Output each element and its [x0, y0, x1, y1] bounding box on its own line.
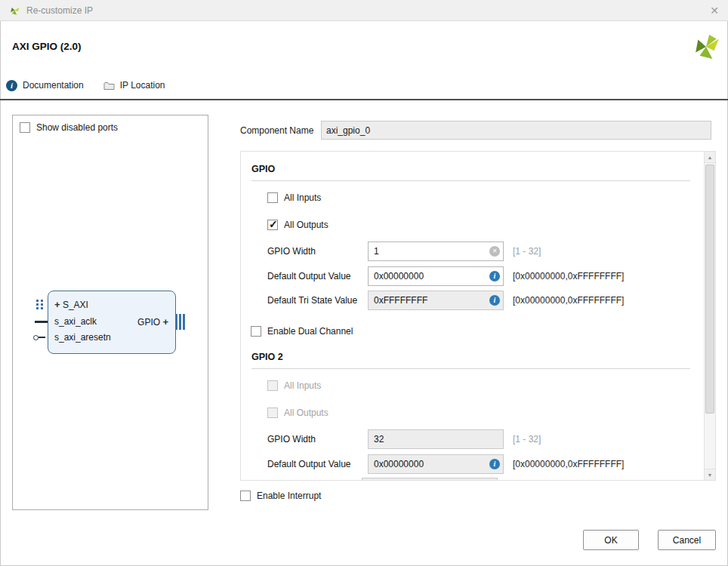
scrollbar-thumb[interactable]	[705, 165, 714, 414]
scroll-down-icon[interactable]: ▼	[705, 469, 715, 480]
info-icon[interactable]: i	[489, 295, 500, 306]
all-inputs-row: All Inputs	[267, 188, 321, 208]
all-outputs-checkbox[interactable]	[267, 220, 278, 230]
info-icon[interactable]: i	[489, 271, 500, 281]
config-panel: GPIO All Inputs All Outputs GPIO Width ✕…	[240, 151, 716, 481]
gpio-section-title: GPIO	[251, 164, 275, 174]
enable-interrupt-checkbox[interactable]	[240, 491, 251, 501]
enable-interrupt-label: Enable Interrupt	[257, 491, 321, 501]
port-s-axi-aclk: s_axi_aclk	[54, 316, 97, 327]
clear-icon[interactable]: ✕	[489, 246, 500, 257]
gpio-width-input[interactable]	[368, 241, 504, 261]
gpio2-all-inputs-checkbox	[267, 380, 278, 391]
gpio2-width-range: [1 - 32]	[513, 434, 541, 444]
all-inputs-checkbox[interactable]	[267, 192, 278, 203]
enable-dual-channel-row: Enable Dual Channel	[251, 321, 353, 341]
gpio2-all-outputs-row: All Outputs	[267, 403, 329, 423]
default-output-range: [0x00000000,0xFFFFFFFF]	[513, 271, 624, 281]
default-tri-state-row: Default Tri State Value i [0x00000000,0x…	[267, 291, 624, 310]
header-divider	[0, 99, 728, 100]
gpio2-width-label: GPIO Width	[267, 434, 362, 444]
gpio2-all-inputs-row: All Inputs	[267, 376, 321, 395]
expand-plus-icon[interactable]: +	[162, 316, 168, 328]
folder-icon	[103, 81, 115, 91]
page-title: AXI GPIO (2.0)	[12, 41, 82, 52]
show-disabled-ports-label: Show disabled ports	[36, 122, 118, 133]
enable-interrupt-row: Enable Interrupt	[240, 491, 321, 501]
expand-plus-icon[interactable]: +	[54, 299, 60, 310]
gpio2-all-inputs-label: All Inputs	[284, 380, 321, 391]
recustomize-ip-dialog: { "window": { "title": "Re-customize IP"…	[0, 0, 728, 566]
gpio2-default-output-row: Default Output Value i [0x00000000,0xFFF…	[267, 454, 624, 474]
s-axi-interface-pin-icon	[35, 299, 45, 311]
gpio2-default-tri-state-input-partial[interactable]	[362, 478, 498, 481]
info-icon[interactable]: i	[489, 459, 500, 469]
gpio-interface-pin-icon	[175, 314, 185, 330]
port-gpio[interactable]: GPIO +	[137, 316, 168, 328]
component-name-input[interactable]	[321, 121, 711, 140]
toolbar: i Documentation IP Location	[6, 78, 165, 93]
cancel-button[interactable]: Cancel	[658, 530, 716, 550]
ip-block[interactable]: + S_AXI s_axi_aclk s_axi_aresetn GPIO +	[48, 291, 176, 354]
gpio2-default-output-label: Default Output Value	[267, 459, 362, 469]
gpio2-default-output-input	[368, 454, 504, 474]
all-outputs-row: All Outputs	[267, 215, 329, 235]
gpio2-all-outputs-checkbox	[267, 408, 278, 418]
xilinx-logo	[693, 33, 720, 60]
vivado-logo-small-icon	[9, 5, 20, 16]
port-s-axi-aresetn: s_axi_aresetn	[54, 332, 111, 343]
gpio-width-row: GPIO Width ✕ [1 - 32]	[267, 241, 541, 261]
gpio2-all-outputs-label: All Outputs	[284, 408, 329, 418]
clk-pin-icon	[35, 321, 48, 323]
gpio-section-rule	[251, 180, 690, 181]
show-disabled-ports-checkbox[interactable]	[20, 122, 30, 133]
default-output-input[interactable]	[368, 266, 504, 286]
ip-location-label: IP Location	[120, 80, 165, 91]
resetn-pin-icon	[33, 335, 45, 340]
enable-dual-channel-label: Enable Dual Channel	[267, 326, 353, 337]
show-disabled-ports-row: Show disabled ports	[20, 122, 118, 133]
default-output-row: Default Output Value i [0x00000000,0xFFF…	[267, 266, 624, 286]
default-tri-state-input	[368, 291, 504, 310]
ok-button[interactable]: OK	[583, 530, 639, 550]
documentation-button[interactable]: i Documentation	[6, 80, 84, 91]
titlebar: Re-customize IP ✕	[0, 0, 728, 21]
ip-symbol-panel: Show disabled ports + S_AXI s_axi_aclk s…	[12, 115, 208, 510]
port-s-axi[interactable]: + S_AXI	[54, 299, 88, 310]
component-name-label: Component Name	[240, 125, 313, 136]
gpio-width-label: GPIO Width	[267, 246, 362, 257]
documentation-info-icon: i	[6, 80, 17, 91]
gpio2-default-output-range: [0x00000000,0xFFFFFFFF]	[513, 459, 624, 469]
ip-location-button[interactable]: IP Location	[103, 80, 165, 91]
gpio2-width-input	[368, 429, 504, 449]
scroll-up-icon[interactable]: ▲	[705, 152, 715, 163]
enable-dual-channel-checkbox[interactable]	[251, 326, 261, 337]
all-inputs-label: All Inputs	[284, 192, 321, 203]
default-tri-state-label: Default Tri State Value	[267, 295, 362, 306]
gpio2-section-rule	[251, 368, 690, 369]
documentation-label: Documentation	[23, 80, 84, 91]
gpio2-width-row: GPIO Width [1 - 32]	[267, 429, 541, 449]
window-title: Re-customize IP	[26, 5, 704, 16]
default-output-label: Default Output Value	[267, 271, 362, 281]
gpio2-section-title: GPIO 2	[251, 352, 283, 362]
gpio-width-range: [1 - 32]	[513, 246, 541, 257]
all-outputs-label: All Outputs	[284, 220, 329, 230]
vertical-scrollbar[interactable]: ▲ ▼	[704, 152, 715, 480]
default-tri-state-range: [0x00000000,0xFFFFFFFF]	[513, 295, 624, 306]
close-icon[interactable]: ✕	[710, 5, 719, 17]
